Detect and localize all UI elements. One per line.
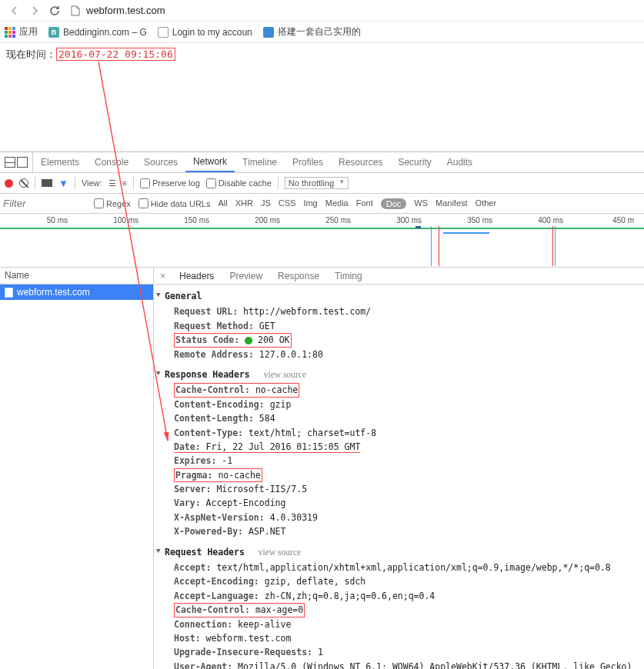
bookmark-item[interactable]: 搭建一套自己实用的: [263, 25, 361, 38]
filter-type[interactable]: Other: [475, 198, 497, 209]
header-row: Request URL: http://webform.test.com/: [155, 305, 642, 318]
devtools-tab[interactable]: Sources: [136, 152, 185, 172]
header-row: Accept: text/html,application/xhtml+xml,…: [155, 561, 642, 574]
record-icon[interactable]: [5, 179, 13, 188]
detail-tab[interactable]: Preview: [222, 268, 270, 284]
devtools-tab[interactable]: Network: [185, 152, 235, 172]
devtools-panel: ElementsConsoleSourcesNetworkTimelinePro…: [0, 151, 644, 669]
header-row: Host: webform.test.com: [155, 631, 642, 645]
devtools-tab[interactable]: Resources: [331, 152, 390, 172]
header-row: Content-Type: text/html; charset=utf-8: [155, 426, 642, 440]
devtools-tab[interactable]: Timeline: [235, 152, 285, 172]
timeline-tick: 50 ms: [0, 216, 71, 225]
timeline-tick: 150 ms: [142, 216, 212, 225]
network-toolbar: ▼ View: ☰ ≡ Preserve log Disable cache N…: [0, 173, 644, 194]
throttling-select[interactable]: No throttling: [285, 177, 349, 189]
devtools-tab[interactable]: Audits: [439, 152, 480, 172]
filter-type[interactable]: WS: [414, 198, 428, 209]
view-small-icon[interactable]: ≡: [122, 178, 127, 188]
file-icon: [5, 288, 13, 298]
back-icon[interactable]: [6, 2, 23, 19]
request-name: webform.test.com: [17, 287, 90, 298]
timeline-tick: 100 ms: [71, 216, 142, 225]
regex-checkbox[interactable]: Regex: [94, 198, 131, 208]
name-column-header[interactable]: Name: [0, 268, 153, 285]
timeline-tick: 400 ms: [496, 216, 566, 225]
timeline-tick: 350 ms: [425, 216, 496, 225]
devtools-tab[interactable]: Security: [390, 152, 439, 172]
dock-bottom-icon[interactable]: [5, 157, 15, 168]
header-row: X-Powered-By: ASP.NET: [155, 524, 642, 538]
header-row: Vary: Accept-Encoding: [155, 496, 642, 510]
devtools-tab[interactable]: Profiles: [285, 152, 331, 172]
browser-nav: webform.test.com: [0, 0, 644, 22]
filter-input[interactable]: [2, 196, 86, 211]
filter-type[interactable]: All: [218, 198, 227, 209]
filter-type[interactable]: Manifest: [435, 198, 468, 209]
filter-type[interactable]: Doc: [381, 198, 407, 209]
header-row: Accept-Language: zh-CN,zh;q=0.8,ja;q=0.6…: [155, 589, 642, 603]
timeline-tick: 250 ms: [283, 216, 354, 225]
detail-tab[interactable]: Response: [270, 268, 327, 284]
header-row: Content-Encoding: gzip: [155, 398, 642, 411]
header-row: Upgrade-Insecure-Requests: 1: [155, 645, 642, 659]
disable-cache-checkbox[interactable]: Disable cache: [206, 178, 272, 188]
bookmark-item[interactable]: Login to my accoun: [158, 27, 252, 38]
forward-icon[interactable]: [26, 2, 43, 19]
close-detail-icon[interactable]: ×: [154, 271, 172, 281]
apps-icon: [5, 27, 15, 38]
now-label: 现在时间：: [6, 48, 56, 60]
request-list: Name webform.test.com: [0, 268, 154, 669]
filter-type[interactable]: Media: [325, 198, 349, 209]
apps-button[interactable]: 应用: [5, 25, 38, 38]
header-row: Pragma: no-cache: [155, 468, 642, 482]
header-row: Request Method: GET: [155, 319, 642, 333]
header-row: Date: Fri, 22 Jul 2016 01:15:05 GMT: [155, 440, 642, 454]
header-row: X-AspNet-Version: 4.0.30319: [155, 511, 642, 524]
header-section[interactable]: Request Headersview source: [155, 544, 642, 561]
hide-dataurls-checkbox[interactable]: Hide data URLs: [138, 198, 211, 208]
network-timeline[interactable]: 50 ms100 ms150 ms200 ms250 ms300 ms350 m…: [0, 214, 644, 268]
detail-tabs: × HeadersPreviewResponseTiming: [154, 268, 644, 285]
network-filter-bar: Regex Hide data URLs AllXHRJSCSSImgMedia…: [0, 194, 644, 214]
favicon-icon: [263, 27, 274, 38]
filter-type[interactable]: JS: [261, 198, 271, 209]
filter-type[interactable]: CSS: [279, 198, 296, 209]
filter-type[interactable]: Img: [303, 198, 317, 209]
bookmark-item[interactable]: BBeddinginn.com – G: [48, 27, 147, 38]
header-row: Expires: -1: [155, 454, 642, 468]
detail-tab[interactable]: Timing: [327, 268, 370, 284]
header-row: Content-Length: 584: [155, 411, 642, 425]
network-main: Name webform.test.com × HeadersPreviewRe…: [0, 268, 644, 669]
header-row: Accept-Encoding: gzip, deflate, sdch: [155, 574, 642, 588]
url-bar[interactable]: webform.test.com: [71, 2, 639, 19]
header-row: Status Code: 200 OK: [155, 333, 642, 347]
header-row: Connection: keep-alive: [155, 617, 642, 631]
devtools-tab[interactable]: Elements: [33, 152, 87, 172]
request-detail: × HeadersPreviewResponseTiming GeneralRe…: [154, 268, 644, 669]
header-section[interactable]: Response Headersview source: [155, 366, 642, 383]
bookmark-bar: 应用 BBeddinginn.com – G Login to my accou…: [0, 22, 644, 43]
headers-pane[interactable]: GeneralRequest URL: http://webform.test.…: [154, 285, 644, 669]
header-row: User-Agent: Mozilla/5.0 (Windows NT 6.1;…: [155, 660, 642, 669]
request-row[interactable]: webform.test.com: [0, 285, 153, 300]
header-section[interactable]: General: [155, 288, 642, 305]
page-content: 现在时间：2016-07-22 09:15:06: [0, 43, 644, 62]
screenshot-icon[interactable]: [42, 179, 52, 187]
dock-window-icon[interactable]: [17, 157, 28, 168]
filter-icon[interactable]: ▼: [58, 178, 68, 188]
filter-type[interactable]: XHR: [235, 198, 253, 209]
filter-type[interactable]: Font: [356, 198, 373, 209]
view-large-icon[interactable]: ☰: [108, 178, 116, 188]
page-icon: [71, 5, 82, 16]
preserve-log-checkbox[interactable]: Preserve log: [140, 178, 200, 188]
reload-icon[interactable]: [46, 2, 63, 19]
favicon-icon: B: [48, 27, 59, 38]
dock-controls: [0, 152, 33, 172]
favicon-icon: [158, 27, 169, 38]
header-row: Remote Address: 127.0.0.1:80: [155, 348, 642, 361]
clear-icon[interactable]: [19, 178, 28, 188]
header-row: Server: Microsoft-IIS/7.5: [155, 482, 642, 496]
detail-tab[interactable]: Headers: [172, 268, 222, 284]
devtools-tab[interactable]: Console: [87, 152, 136, 172]
